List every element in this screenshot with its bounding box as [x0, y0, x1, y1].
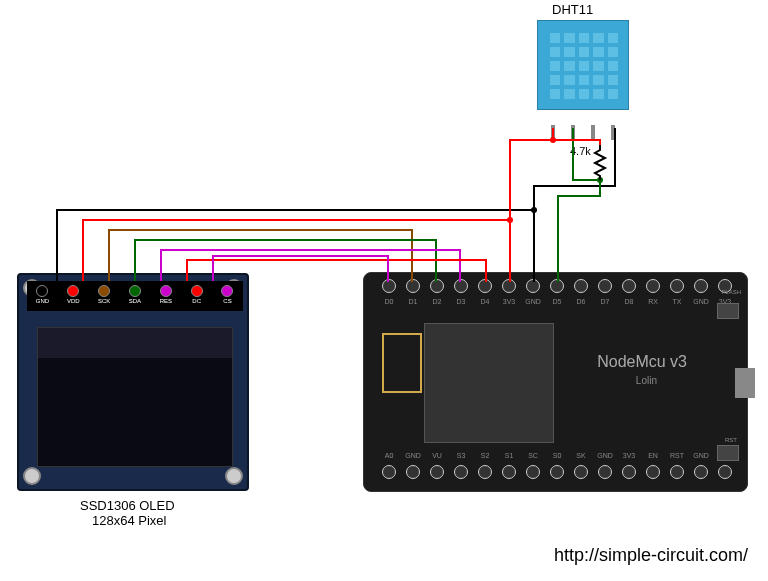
oled-pin-vdd: VDD [62, 285, 84, 307]
node-pin-d6: D6 [574, 279, 588, 293]
oled-pin-dc: DC [186, 285, 208, 307]
wire-vcc-dht [510, 128, 553, 220]
junction-gnd [531, 207, 537, 213]
node-pin-en: EN [646, 465, 660, 479]
node-pin-d7: D7 [598, 279, 612, 293]
node-pin-rst: RST [670, 465, 684, 479]
resistor-label: 4.7k [570, 145, 591, 157]
oled-module: GNDVDDSCKSDARESDCCS [17, 273, 249, 491]
node-pin-a0: A0 [382, 465, 396, 479]
oled-pin-gnd: GND [31, 285, 53, 307]
node-pin-rx: RX [646, 279, 660, 293]
dht-label: DHT11 [552, 2, 593, 17]
resistor-symbol [595, 145, 605, 180]
node-pin-d1: D1 [406, 279, 420, 293]
flash-label: FLASH [722, 289, 741, 295]
node-pin-d2: D2 [430, 279, 444, 293]
node-pin-3v3: 3V3 [502, 279, 516, 293]
node-sublogo: Lolin [636, 375, 657, 386]
oled-pin-sda: SDA [124, 285, 146, 307]
node-pin-gnd: GND [406, 465, 420, 479]
node-pin-sk: SK [574, 465, 588, 479]
node-pin-gnd: GND [694, 279, 708, 293]
oled-pin-sck: SCK [93, 285, 115, 307]
url: http://simple-circuit.com/ [554, 545, 748, 566]
dht11-sensor [537, 20, 629, 125]
node-pin-d3: D3 [454, 279, 468, 293]
junction-data [597, 177, 603, 183]
node-pin-d4: D4 [478, 279, 492, 293]
oled-pin-cs: CS [216, 285, 238, 307]
node-pin-s3: S3 [454, 465, 468, 479]
node-pin-d8: D8 [622, 279, 636, 293]
oled-subtitle: 128x64 Pixel [92, 513, 166, 528]
node-pin-sc: SC [526, 465, 540, 479]
oled-title: SSD1306 OLED [80, 498, 175, 513]
nodemcu-board: D0D1D2D3D43V3GNDD5D6D7D8RXTXGND3V3 A0GND… [363, 272, 748, 492]
node-pin-d5: D5 [550, 279, 564, 293]
node-pin-gnd: GND [598, 465, 612, 479]
node-pin-s1: S1 [502, 465, 516, 479]
node-pin-vin: Vin [718, 465, 732, 479]
node-pins-top: D0D1D2D3D43V3GNDD5D6D7D8RXTXGND3V3 [382, 279, 732, 299]
node-pin-gnd: GND [526, 279, 540, 293]
junction-vcc [507, 217, 513, 223]
node-pin-3v3: 3V3 [622, 465, 636, 479]
usb-port [735, 368, 755, 398]
node-pin-d0: D0 [382, 279, 396, 293]
node-pins-bottom: A0GNDVUS3S2S1SCS0SKGND3V3ENRSTGNDVin [382, 465, 732, 485]
antenna [382, 333, 422, 393]
node-pin-s0: S0 [550, 465, 564, 479]
node-pin-gnd: GND [694, 465, 708, 479]
node-pin-vu: VU [430, 465, 444, 479]
node-pin-tx: TX [670, 279, 684, 293]
reset-button[interactable] [717, 445, 739, 461]
esp-chip [424, 323, 554, 443]
node-logo: NodeMcu v3 [597, 353, 687, 371]
oled-header: GNDVDDSCKSDARESDCCS [27, 281, 243, 311]
node-pin-s2: S2 [478, 465, 492, 479]
flash-button[interactable] [717, 303, 739, 319]
rst-label: RST [725, 437, 737, 443]
oled-screen [37, 327, 233, 467]
wire-gnd-dht [534, 128, 615, 210]
oled-pin-res: RES [155, 285, 177, 307]
